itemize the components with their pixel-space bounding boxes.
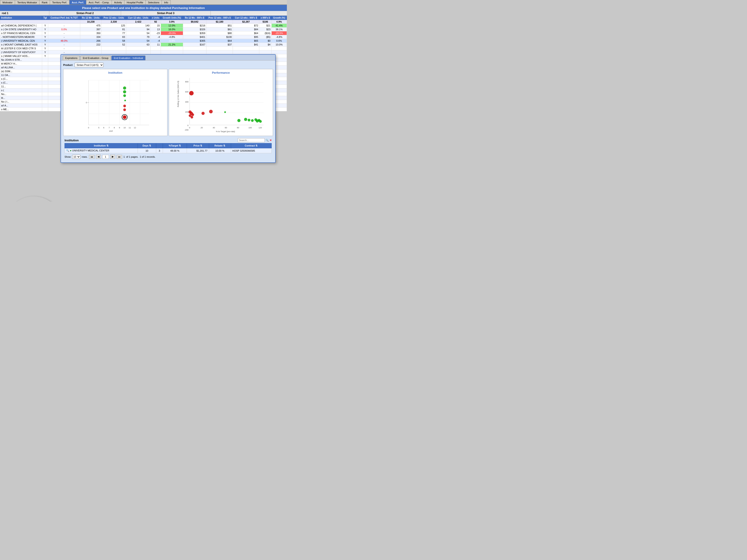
svg-text:120: 120	[258, 127, 262, 129]
last-page-button[interactable]: ⏭	[117, 155, 122, 159]
cell-pm-units: -4	[150, 35, 161, 39]
cell-curr12-000s: $95	[233, 35, 259, 39]
th-growth-pct: Growth Units (%)	[161, 16, 183, 20]
cell-institution[interactable]: No JOHN H STR...	[0, 58, 42, 62]
svg-text:40: 40	[212, 127, 215, 129]
cell-institution[interactable]: o ME...	[0, 108, 42, 111]
product-header-row: rod 1 Sintan Prod 2 Sintan Prod 3	[0, 11, 287, 16]
cell-ro12-000s	[183, 50, 206, 54]
cell-institution[interactable]: a/I ALLINA...	[0, 65, 42, 70]
cell-institution[interactable]: o (	[0, 88, 42, 92]
cell-institution[interactable]: o ST FRANCIS MEDICAL CEN	[0, 31, 42, 35]
totals-ro12-000s: $9,642	[183, 20, 206, 24]
th-tgt: Tgt	[42, 16, 48, 20]
cell-institution[interactable]: 11...	[0, 85, 42, 88]
prev-page-button[interactable]: ◀	[96, 155, 101, 159]
cell-institution[interactable]: No...	[0, 92, 42, 96]
overlay-tab-expirations[interactable]: Expirations	[63, 56, 80, 60]
bottom-th-days: Days ⇅	[138, 143, 156, 148]
rows-per-page-select[interactable]: 10 25 50	[72, 155, 80, 159]
cell-prev12: 52	[102, 43, 126, 47]
cell-institution[interactable]: No ( I...	[0, 100, 42, 104]
search-icon[interactable]: 🔍	[265, 139, 269, 142]
page-input[interactable]	[102, 155, 109, 159]
callout-bubble: Coordinated view and actions through int…	[4, 196, 63, 202]
tab-motivator[interactable]: Motivator	[0, 0, 15, 4]
th-prev12wks: Prev 12 wks - Units	[102, 16, 126, 20]
tab-territory-perf[interactable]: Territory Perf.	[50, 0, 70, 4]
overlay-tab-end-eval-group[interactable]: End Evaluation - Group	[80, 56, 111, 60]
performance-chart-svg: 800 600 400 200 0 -200 0 20	[176, 76, 266, 134]
page-input-label: 1	[124, 156, 125, 158]
cell-institution[interactable]: s ( OH STATE UNIVERSITY HO	[0, 28, 42, 31]
tab-rank[interactable]: Rank	[40, 0, 50, 4]
cell-tgt	[42, 65, 48, 70]
product-select[interactable]: Sintan Prod 3 (id=5)	[75, 63, 104, 67]
svg-text:100: 100	[248, 127, 252, 129]
tab-activity[interactable]: Activity	[112, 0, 124, 4]
tab-territory-motivator[interactable]: Territory Motivator	[15, 0, 40, 4]
cell-institution[interactable]: ( UNIVERSITY MEDICAL CEN	[0, 39, 42, 43]
cell-institution[interactable]: s ( MIAMI VALLEY HOS...	[0, 54, 42, 58]
bottom-th-price: Price ⇅	[187, 143, 209, 148]
svg-text:Rolling 12 Mo Sales (000's $): Rolling 12 Mo Sales (000's $)	[177, 81, 179, 107]
svg-text:200: 200	[185, 111, 188, 113]
th-ro12-000s: Ro 12 Mo - 000's $	[183, 16, 206, 20]
tab-info[interactable]: Info	[162, 0, 171, 4]
cell-prev12-000s	[206, 47, 233, 50]
cell-pm-units: 11	[150, 43, 161, 47]
next-page-button[interactable]: ▶	[110, 155, 115, 159]
cell-ro12-000s: $167	[183, 43, 206, 47]
cell-institution[interactable]: a/I A...	[0, 104, 42, 108]
tab-acct-perf-comp[interactable]: Acct. Perf. - Comp.	[86, 0, 112, 4]
cell-growth-pct: -29.9%	[161, 31, 183, 35]
cell-pm-000s: ($5)	[259, 35, 272, 39]
cell-ro12-000s	[183, 47, 206, 50]
cell-institution[interactable]: tit...	[0, 96, 42, 100]
performance-chart-title: Performance	[171, 71, 271, 74]
bottom-cell-pct-target: 48.00 %	[163, 148, 187, 153]
cell-ro12: 350	[80, 31, 102, 35]
bottom-cell-contract: HOSP 32509366585	[231, 148, 272, 153]
tab-acct-perf[interactable]: Acct. Perf.	[70, 0, 86, 4]
svg-point-63	[248, 119, 250, 122]
svg-text:7: 7	[108, 127, 110, 129]
search-input[interactable]	[238, 138, 265, 142]
tab-selections[interactable]: Selections	[146, 0, 162, 4]
svg-text:-200: -200	[184, 129, 188, 131]
cell-institution[interactable]: s (C...	[0, 81, 42, 85]
tab-hospital-profile[interactable]: Hospital Profile	[124, 0, 146, 4]
cell-tgt: Y	[42, 50, 48, 54]
cell-pm-units	[150, 47, 161, 50]
institution-chart-title: Institution	[65, 71, 165, 74]
overlay-tab-bar: Expirations End Evaluation - Group End E…	[61, 55, 275, 60]
cell-institution[interactable]: 11 OA...	[0, 73, 42, 77]
first-page-button[interactable]: ⏮	[89, 155, 95, 159]
magnify-icon[interactable]: 🔍	[66, 149, 69, 152]
cell-curr12: 94	[126, 28, 150, 31]
pagination-row: Show 10 25 50 rows. ⏮ ◀ ▶ ⏭ 1 of 1 pages…	[65, 155, 272, 159]
cell-institution[interactable]: a/I CHEMICAL DEPENDENCY (	[0, 24, 42, 28]
cell-institution[interactable]: ( UNIVERSITY OF KENTUCKY	[0, 50, 42, 54]
svg-text:10: 10	[123, 127, 126, 129]
th-prev12-000s: Prev 12 wks - 000's $	[206, 16, 233, 20]
totals-prev12: 2,330	[102, 20, 126, 24]
th-institution: Institution	[0, 16, 42, 20]
cell-institution[interactable]: tit MERCY H...	[0, 62, 42, 65]
cell-institution[interactable]: (e) SSM...	[0, 70, 42, 73]
clear-search-button[interactable]: ✕	[269, 139, 272, 142]
cell-institution[interactable]: s (C...	[0, 77, 42, 81]
svg-text:6: 6	[103, 127, 104, 129]
cell-institution[interactable]: tit LESTER E COX MED CTR S	[0, 47, 42, 50]
cell-tgt	[42, 92, 48, 96]
cell-tgt: Y	[42, 43, 48, 47]
cell-institution[interactable]: s ( MOUNT CARMEL EAST HOS	[0, 43, 42, 47]
svg-point-30	[123, 115, 126, 119]
overlay-tab-end-eval-individual[interactable]: End Evaluation - Individual	[111, 56, 146, 60]
totals-curr12: 2,422	[126, 20, 150, 24]
cell-prev12: 83	[102, 35, 126, 39]
svg-point-59	[209, 110, 213, 113]
show-label: Show	[65, 156, 71, 158]
cell-institution[interactable]: - NORTHWESTERN MEMORI	[0, 35, 42, 39]
svg-text:11: 11	[128, 127, 131, 129]
